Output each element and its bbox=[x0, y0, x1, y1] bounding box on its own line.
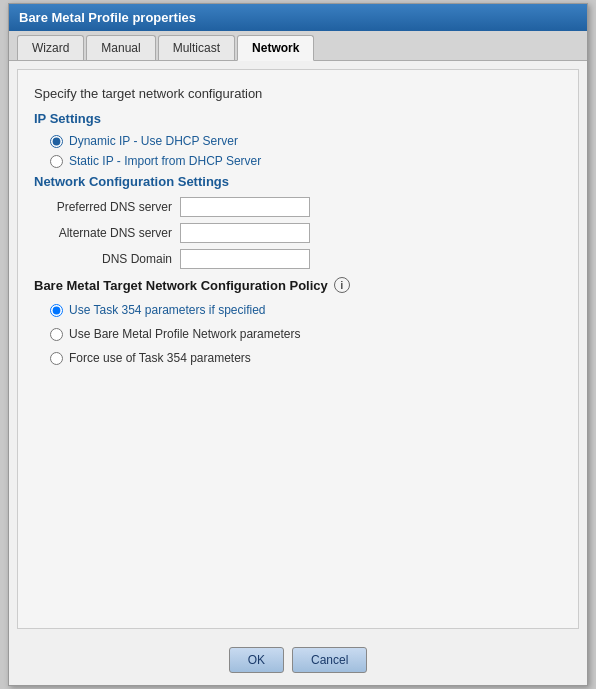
policy-radio-group: Use Task 354 parameters if specified Use… bbox=[50, 303, 562, 365]
ip-settings-group: Dynamic IP - Use DHCP Server Static IP -… bbox=[50, 134, 562, 168]
tab-wizard[interactable]: Wizard bbox=[17, 35, 84, 60]
ip-settings-header: IP Settings bbox=[34, 111, 562, 126]
policy-section-header: Bare Metal Target Network Configuration … bbox=[34, 277, 562, 293]
force-task-radio[interactable] bbox=[50, 352, 63, 365]
dns-domain-row: DNS Domain bbox=[42, 249, 562, 269]
task-params-label: Use Task 354 parameters if specified bbox=[69, 303, 266, 317]
dynamic-ip-option[interactable]: Dynamic IP - Use DHCP Server bbox=[50, 134, 562, 148]
dialog-title: Bare Metal Profile properties bbox=[19, 10, 196, 25]
alternate-dns-label: Alternate DNS server bbox=[42, 226, 172, 240]
cancel-button[interactable]: Cancel bbox=[292, 647, 367, 673]
dns-domain-input[interactable] bbox=[180, 249, 310, 269]
alternate-dns-row: Alternate DNS server bbox=[42, 223, 562, 243]
task-params-radio[interactable] bbox=[50, 304, 63, 317]
profile-params-option[interactable]: Use Bare Metal Profile Network parameter… bbox=[50, 327, 562, 341]
force-task-option[interactable]: Force use of Task 354 parameters bbox=[50, 351, 562, 365]
task-params-option[interactable]: Use Task 354 parameters if specified bbox=[50, 303, 562, 317]
dynamic-ip-label: Dynamic IP - Use DHCP Server bbox=[69, 134, 238, 148]
policy-header-text: Bare Metal Target Network Configuration … bbox=[34, 278, 328, 293]
tab-multicast[interactable]: Multicast bbox=[158, 35, 235, 60]
dns-domain-label: DNS Domain bbox=[42, 252, 172, 266]
tab-bar: Wizard Manual Multicast Network bbox=[9, 31, 587, 61]
alternate-dns-input[interactable] bbox=[180, 223, 310, 243]
content-area: Specify the target network configuration… bbox=[17, 69, 579, 629]
profile-params-label: Use Bare Metal Profile Network parameter… bbox=[69, 327, 300, 341]
profile-params-radio[interactable] bbox=[50, 328, 63, 341]
network-config-form: Preferred DNS server Alternate DNS serve… bbox=[42, 197, 562, 269]
dynamic-ip-radio[interactable] bbox=[50, 135, 63, 148]
title-bar: Bare Metal Profile properties bbox=[9, 4, 587, 31]
static-ip-option[interactable]: Static IP - Import from DHCP Server bbox=[50, 154, 562, 168]
force-task-label: Force use of Task 354 parameters bbox=[69, 351, 251, 365]
target-config-title: Specify the target network configuration bbox=[34, 86, 562, 101]
static-ip-label: Static IP - Import from DHCP Server bbox=[69, 154, 261, 168]
ok-button[interactable]: OK bbox=[229, 647, 284, 673]
tab-network[interactable]: Network bbox=[237, 35, 314, 61]
preferred-dns-row: Preferred DNS server bbox=[42, 197, 562, 217]
dialog-container: Bare Metal Profile properties Wizard Man… bbox=[8, 3, 588, 686]
preferred-dns-label: Preferred DNS server bbox=[42, 200, 172, 214]
tab-manual[interactable]: Manual bbox=[86, 35, 155, 60]
button-bar: OK Cancel bbox=[9, 637, 587, 685]
info-icon[interactable]: i bbox=[334, 277, 350, 293]
network-config-header: Network Configuration Settings bbox=[34, 174, 562, 189]
preferred-dns-input[interactable] bbox=[180, 197, 310, 217]
static-ip-radio[interactable] bbox=[50, 155, 63, 168]
